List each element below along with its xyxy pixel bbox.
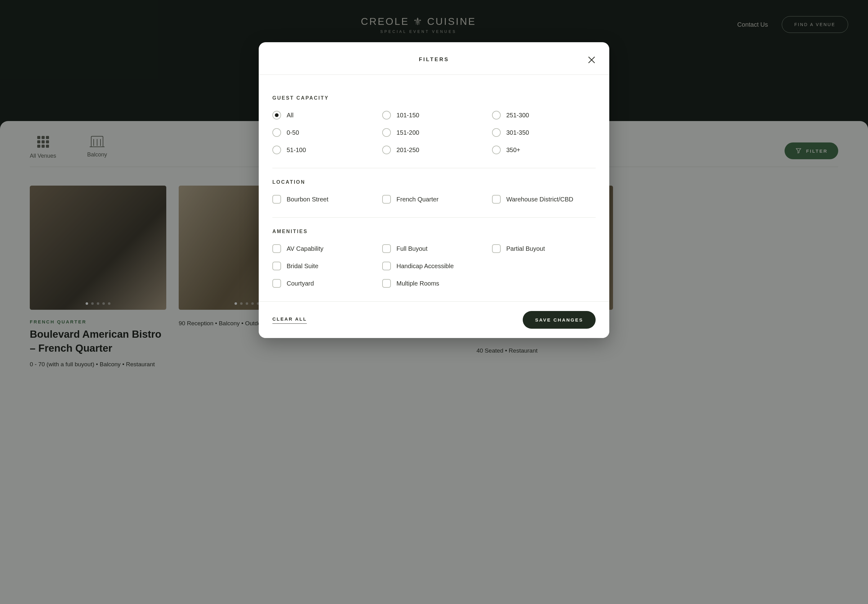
checkbox-icon [382,262,391,270]
option-label: 201-250 [397,146,419,154]
filters-modal: FILTERS GUEST CAPACITY All0-5051-100101-… [259,42,609,338]
checkbox-icon [272,262,281,270]
section-title: AMENITIES [272,229,596,234]
option-label: 151-200 [397,129,419,136]
option-label: Full Buyout [397,245,428,252]
checkbox-icon [382,195,391,203]
section-guest-capacity: GUEST CAPACITY All0-5051-100101-150151-2… [272,84,596,168]
close-button[interactable] [586,54,597,65]
radio-icon [382,111,391,120]
capacity-option[interactable]: 350+ [492,146,596,154]
option-label: Handicap Accessible [397,262,454,270]
modal-title: FILTERS [259,56,609,63]
capacity-option[interactable]: 301-350 [492,128,596,137]
option-label: 301-350 [506,129,529,136]
close-icon [586,54,597,65]
section-title: GUEST CAPACITY [272,95,596,101]
clear-all-button[interactable]: CLEAR ALL [272,316,307,324]
capacity-option[interactable]: 101-150 [382,111,486,120]
radio-icon [382,146,391,154]
option-label: 101-150 [397,112,419,119]
option-label: 251-300 [506,112,529,119]
location-option[interactable]: Warehouse District/CBD [492,195,596,203]
option-label: All [287,112,293,119]
checkbox-icon [492,195,501,203]
radio-icon [382,128,391,137]
modal-overlay[interactable]: FILTERS GUEST CAPACITY All0-5051-100101-… [0,0,868,604]
section-location: LOCATION Bourbon StreetFrench QuarterWar… [272,168,596,217]
radio-icon [272,146,281,154]
checkbox-icon [272,195,281,203]
capacity-option[interactable]: 151-200 [382,128,486,137]
option-label: Partial Buyout [506,245,545,252]
save-changes-button[interactable]: SAVE CHANGES [523,311,596,329]
radio-icon [492,128,501,137]
radio-icon [272,128,281,137]
amenity-option[interactable]: Partial Buyout [492,244,596,253]
checkbox-icon [492,244,501,253]
option-label: Bourbon Street [287,196,329,203]
option-label: Courtyard [287,280,314,287]
capacity-option[interactable]: 51-100 [272,146,376,154]
amenity-option[interactable]: Bridal Suite [272,262,376,270]
location-option[interactable]: Bourbon Street [272,195,376,203]
capacity-option[interactable]: All [272,111,376,120]
option-label: AV Capability [287,245,324,252]
capacity-option[interactable]: 0-50 [272,128,376,137]
option-label: 0-50 [287,129,299,136]
capacity-option[interactable]: 251-300 [492,111,596,120]
option-label: Multiple Rooms [397,280,439,287]
section-title: LOCATION [272,179,596,185]
section-amenities: AMENITIES AV CapabilityBridal SuiteCourt… [272,217,596,301]
option-label: Warehouse District/CBD [506,196,573,203]
radio-icon [492,146,501,154]
checkbox-icon [272,244,281,253]
amenity-option[interactable]: Courtyard [272,279,376,288]
option-label: 51-100 [287,146,306,154]
amenity-option[interactable]: Handicap Accessible [382,262,486,270]
amenity-option[interactable]: Multiple Rooms [382,279,486,288]
option-label: French Quarter [397,196,439,203]
capacity-option[interactable]: 201-250 [382,146,486,154]
modal-header: FILTERS [259,42,609,75]
amenity-option[interactable]: Full Buyout [382,244,486,253]
page-root: CREOLE ⚜ CUISINE SPECIAL EVENT VENUES Co… [0,0,868,604]
radio-icon [272,111,281,120]
checkbox-icon [382,244,391,253]
location-option[interactable]: French Quarter [382,195,486,203]
modal-body: GUEST CAPACITY All0-5051-100101-150151-2… [259,75,609,301]
option-label: Bridal Suite [287,262,318,270]
modal-footer: CLEAR ALL SAVE CHANGES [259,301,609,338]
checkbox-icon [272,279,281,288]
radio-icon [492,111,501,120]
option-label: 350+ [506,146,520,154]
amenity-option[interactable]: AV Capability [272,244,376,253]
checkbox-icon [382,279,391,288]
